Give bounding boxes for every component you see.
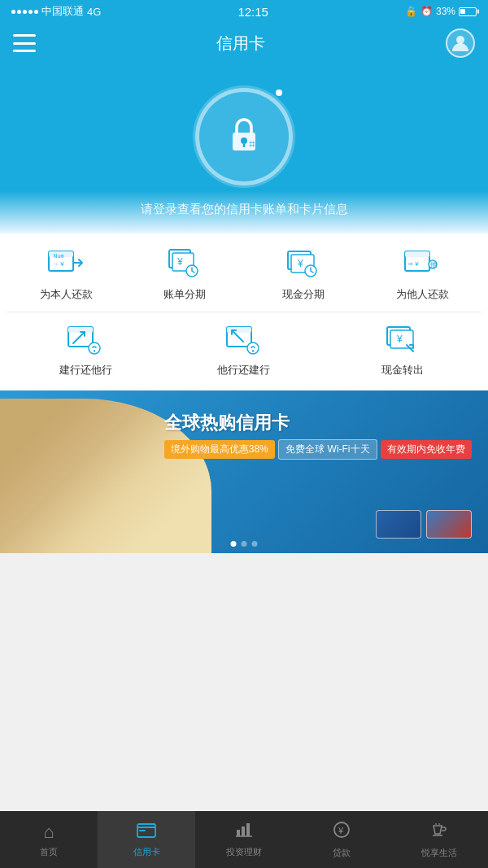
svg-text:¥: ¥ (338, 826, 344, 835)
banner-badge-2: 免费全球 Wi-Fi十天 (278, 439, 377, 460)
svg-rect-44 (246, 823, 250, 836)
service-ccb-to-other[interactable]: 建行还他行 (7, 322, 165, 377)
alarm-icon: ⏰ (420, 6, 433, 17)
nav-home-label: 首页 (40, 846, 58, 858)
status-left: 中国联通 4G (11, 4, 101, 19)
lock-icon: 🔒 (405, 6, 417, 17)
svg-rect-42 (237, 830, 240, 836)
service-other-repay[interactable]: ⇒ ¥ 他 为他人还款 (363, 246, 481, 302)
bottom-nav: ⌂ 首页 信用卡 投资理财 ¥ (0, 811, 488, 868)
service-other-to-ccb[interactable]: 他行还建行 (165, 322, 324, 377)
services-section: Num → ¥ 为本人还款 ¥ 账单分期 (0, 233, 488, 390)
svg-point-5 (251, 142, 254, 145)
status-right: 🔒 ⏰ 33% (405, 6, 477, 17)
carrier-label: 中国联通 (41, 4, 84, 19)
ccb-to-other-icon (63, 322, 107, 358)
svg-text:Num: Num (54, 253, 64, 260)
nav-lifestyle[interactable]: 悦享生活 (390, 811, 488, 868)
network-label: 4G (87, 6, 101, 18)
self-repay-label: 为本人还款 (40, 287, 93, 302)
other-repay-icon: ⇒ ¥ 他 (400, 246, 444, 282)
cash-installment-icon: ¥ (281, 246, 325, 282)
banner-badge-3: 有效期内免收年费 (381, 440, 472, 459)
nav-home[interactable]: ⌂ 首页 (0, 811, 98, 868)
banner-dot-2 (242, 541, 247, 547)
lock-settings-icon (223, 113, 265, 161)
menu-button[interactable] (13, 34, 36, 52)
services-row-2: 建行还他行 他行还建行 ¥ (7, 322, 481, 377)
banner-dot-3 (252, 541, 258, 547)
nav-loan-label: 贷款 (333, 847, 351, 859)
nav-loan[interactable]: ¥ 贷款 (293, 811, 390, 868)
cash-installment-label: 现金分期 (282, 287, 325, 302)
cash-transfer-icon: ¥ (381, 322, 425, 358)
svg-text:¥: ¥ (396, 334, 403, 345)
other-to-ccb-icon (222, 322, 266, 358)
banner-section[interactable]: 全球热购信用卡 境外购物最高优惠38% 免费全球 Wi-Fi十天 有效期内免收年… (0, 390, 488, 553)
service-cash-transfer[interactable]: ¥ 现金转出 (323, 322, 481, 377)
bill-installment-label: 账单分期 (163, 287, 206, 302)
svg-point-0 (456, 36, 464, 44)
lock-circle (195, 88, 293, 185)
svg-rect-32 (227, 327, 251, 333)
svg-text:¥: ¥ (297, 258, 303, 269)
yuan-icon: ¥ (332, 821, 351, 844)
other-repay-label: 为他人还款 (396, 287, 449, 302)
svg-text:¥: ¥ (176, 256, 183, 268)
row-divider (7, 312, 481, 312)
home-icon: ⌂ (43, 822, 54, 843)
page-title: 信用卡 (216, 33, 265, 55)
banner-background: 全球热购信用卡 境外购物最高优惠38% 免费全球 Wi-Fi十天 有效期内免收年… (0, 390, 488, 553)
mini-card-1 (376, 510, 421, 539)
login-prompt: 请登录查看您的信用卡账单和卡片信息 (141, 202, 348, 217)
banner-cards (376, 510, 472, 539)
nav-credit-card[interactable]: 信用卡 (98, 811, 195, 868)
other-to-ccb-label: 他行还建行 (217, 363, 270, 377)
service-cash-installment[interactable]: ¥ 现金分期 (244, 246, 363, 302)
self-repay-icon: Num → ¥ (44, 246, 88, 282)
bill-installment-icon: ¥ (163, 246, 207, 282)
battery-icon (459, 7, 477, 16)
ccb-to-other-label: 建行还他行 (59, 363, 112, 377)
card-icon (137, 822, 156, 843)
avatar-button[interactable] (446, 28, 475, 58)
nav-lifestyle-label: 悦享生活 (421, 847, 457, 859)
battery-label: 33% (436, 6, 455, 17)
svg-rect-40 (139, 830, 146, 831)
nav-invest-label: 投资理财 (226, 846, 262, 858)
chart-icon (234, 822, 254, 843)
header: 信用卡 (0, 23, 488, 63)
banner-dots (231, 541, 258, 547)
time-label: 12:15 (237, 5, 268, 19)
mini-card-2 (426, 510, 472, 539)
svg-rect-43 (242, 827, 245, 836)
svg-rect-23 (405, 251, 429, 257)
cash-transfer-label: 现金转出 (381, 363, 424, 377)
svg-text:→ ¥: → ¥ (52, 260, 64, 268)
nav-invest[interactable]: 投资理财 (195, 811, 293, 868)
svg-point-2 (241, 137, 247, 144)
service-bill-installment[interactable]: ¥ 账单分期 (125, 246, 244, 302)
hero-section: 请登录查看您的信用卡账单和卡片信息 (0, 63, 488, 233)
banner-dot-1 (231, 541, 237, 547)
nav-credit-card-label: 信用卡 (133, 846, 160, 858)
svg-text:他: 他 (430, 261, 437, 268)
banner-badge-1: 境外购物最高优惠38% (164, 440, 275, 459)
services-row-1: Num → ¥ 为本人还款 ¥ 账单分期 (7, 246, 481, 302)
cup-icon (430, 821, 448, 844)
banner-content: 全球热购信用卡 境外购物最高优惠38% 免费全球 Wi-Fi十天 有效期内免收年… (164, 411, 472, 460)
banner-title: 全球热购信用卡 (164, 411, 472, 435)
status-bar: 中国联通 4G 12:15 🔒 ⏰ 33% (0, 0, 488, 23)
signal-icon (11, 10, 38, 14)
svg-text:⇒ ¥: ⇒ ¥ (407, 260, 419, 268)
service-self-repay[interactable]: Num → ¥ 为本人还款 (7, 246, 125, 302)
